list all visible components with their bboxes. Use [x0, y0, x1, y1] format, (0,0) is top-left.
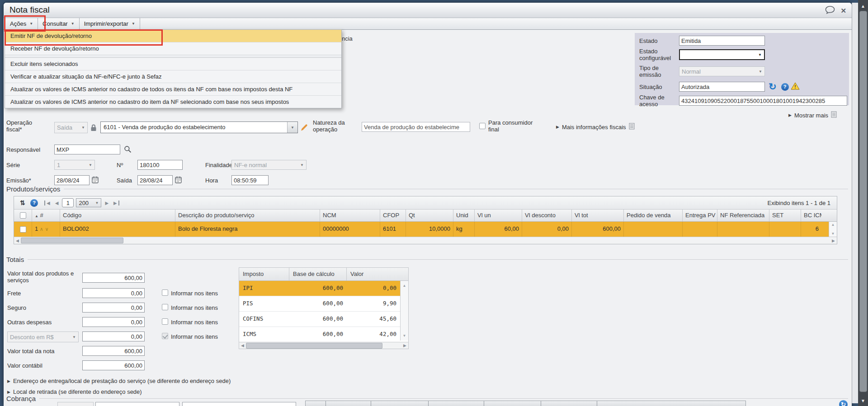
hora-field[interactable] [231, 175, 269, 185]
col-unid[interactable]: Unid [453, 210, 475, 221]
window-scrollbar-track[interactable] [852, 3, 859, 403]
impostos-horizontal-scrollbar[interactable]: ◀ ▶ [239, 342, 408, 349]
desconto-field[interactable] [82, 331, 145, 341]
grid-refresh-icon[interactable]: ⇅ [18, 198, 28, 207]
page-number-field[interactable] [62, 198, 74, 207]
scroll-up-icon[interactable]: ▲ [858, 4, 868, 9]
move-down-icon[interactable]: ∨ [45, 226, 49, 232]
refresh-icon[interactable]: ↻ [839, 400, 848, 406]
total-produtos-field[interactable] [82, 273, 145, 283]
impostos-vertical-scrollbar[interactable]: ▲ ▼ [400, 281, 408, 341]
saida-field[interactable] [137, 175, 173, 185]
menu-imprimir-exportar[interactable]: Imprimir/exportar ▼ [80, 18, 140, 29]
consumidor-final-checkbox[interactable] [479, 123, 486, 129]
imposto-row-cofins[interactable]: COFINS 600,00 45,60 [239, 312, 400, 327]
col-descricao[interactable]: Descrição do produto/serviço [175, 210, 320, 221]
next-page-icon[interactable]: ▶ [104, 201, 110, 205]
numero-field[interactable] [137, 160, 183, 170]
col-vl-desconto[interactable]: Vl desconto [522, 210, 572, 221]
calendar-icon[interactable] [92, 176, 99, 185]
serie-select[interactable]: 1▼ [54, 160, 95, 170]
emissao-field[interactable] [54, 175, 90, 185]
scrollbar-thumb[interactable] [859, 11, 867, 392]
menu-consultar[interactable]: Consultar ▼ [38, 18, 80, 29]
frete-informar-checkbox[interactable] [162, 289, 168, 296]
col-cfop[interactable]: CFOP [380, 210, 406, 221]
cobranca-field-clipped[interactable] [95, 402, 179, 406]
operacao-fiscal-select[interactable]: 6101 - Venda de produção do estabelecime… [100, 121, 298, 133]
menu-item-receber-nf-devolucao[interactable]: Receber NF de devolução/retorno [5, 42, 341, 55]
comment-icon[interactable] [825, 6, 835, 16]
page-size-select[interactable]: 200▼ [76, 198, 101, 207]
col-valor[interactable]: Valor [347, 268, 400, 280]
close-icon[interactable]: ✕ [840, 7, 846, 15]
row-checkbox[interactable] [20, 226, 26, 233]
table-row[interactable]: 1 ∧ ∨ BOLO002 Bolo de Floresta negra 000… [14, 222, 829, 237]
scroll-down-icon[interactable]: ▼ [858, 398, 868, 403]
local-retirada-toggle[interactable]: ▶ Local de retirada (se diferente do end… [7, 388, 142, 395]
col-bc-icms[interactable]: BC ICMS [801, 210, 821, 221]
situacao-field[interactable] [679, 82, 765, 92]
imposto-row-pis[interactable]: PIS 600,00 9,90 [239, 296, 400, 312]
col-set[interactable]: SET [769, 210, 801, 221]
valor-total-nota-field[interactable] [82, 346, 145, 356]
scroll-right-icon[interactable]: ▶ [401, 343, 408, 348]
mostrar-mais-link[interactable]: ▶ Mostrar mais [788, 111, 837, 119]
seguro-informar-checkbox[interactable] [162, 304, 168, 310]
cobranca-field2-clipped[interactable] [182, 402, 296, 406]
calendar-icon[interactable] [175, 176, 182, 185]
chave-acesso-field[interactable] [679, 96, 847, 106]
scroll-up-icon[interactable]: ▲ [403, 284, 406, 288]
outras-despesas-informar-checkbox[interactable] [162, 318, 168, 325]
col-vl-tot[interactable]: Vl tot [572, 210, 624, 221]
desconto-select[interactable]: Desconto em R$▼ [7, 331, 79, 342]
grid-vertical-scrollbar[interactable]: ▲ ▼ [829, 222, 837, 237]
scroll-right-icon[interactable]: ▶ [830, 238, 837, 243]
last-page-icon[interactable]: ▶ [112, 201, 119, 205]
scrollbar-thumb[interactable] [21, 238, 123, 243]
scrollbar-thumb[interactable] [246, 343, 382, 349]
grid-horizontal-scrollbar[interactable]: ◀ ▶ [14, 237, 837, 244]
imposto-row-ipi[interactable]: IPI 600,00 0,00 [239, 281, 400, 296]
page-scrollbar[interactable]: ▲ ▼ [858, 0, 868, 406]
finalidade-select[interactable]: NF-e normal▼ [231, 160, 307, 170]
outras-despesas-field[interactable] [82, 317, 145, 327]
col-vl-un[interactable]: Vl un [475, 210, 522, 221]
refresh-icon[interactable]: ↻ [769, 82, 777, 91]
imposto-row-icms[interactable]: ICMS 600,00 42,00 [239, 327, 400, 342]
menu-item-excluir-itens[interactable]: Excluir itens selecionados [5, 58, 341, 70]
warning-icon[interactable]: ! [791, 82, 800, 92]
menu-acoes[interactable]: Ações ▼ [5, 18, 38, 29]
menu-item-atualizar-icms-item[interactable]: Atualizar os valores de ICMS anterior no… [5, 96, 341, 108]
scroll-left-icon[interactable]: ◀ [239, 343, 246, 348]
scroll-up-icon[interactable]: ▲ [831, 223, 835, 227]
col-imposto[interactable]: Imposto [239, 268, 289, 280]
responsavel-field[interactable] [54, 145, 120, 154]
menu-item-atualizar-icms-todos[interactable]: Atualizar os valores de ICMS anterior no… [5, 83, 341, 96]
valor-contabil-field[interactable] [82, 360, 145, 370]
edit-pencil-icon[interactable] [300, 124, 308, 133]
move-up-icon[interactable]: ∧ [40, 226, 43, 232]
first-page-icon[interactable]: ◀ [44, 201, 52, 205]
cobranca-select-clipped[interactable] [57, 402, 94, 406]
operacao-tipo-select[interactable]: Saída ▼ [54, 122, 88, 133]
col-num[interactable]: ▲ # [32, 210, 60, 221]
frete-field[interactable] [82, 288, 145, 298]
scroll-left-icon[interactable]: ◀ [14, 238, 21, 243]
endereco-entrega-toggle[interactable]: ▶ Endereço de entrega/local de prestação… [7, 378, 231, 384]
desconto-informar-checkbox[interactable] [162, 333, 168, 339]
chevron-down-icon[interactable]: ▼ [287, 122, 297, 133]
seguro-field[interactable] [82, 303, 145, 313]
col-base-calculo[interactable]: Base de cálculo [289, 268, 347, 280]
scroll-down-icon[interactable]: ▼ [831, 232, 835, 236]
col-entrega-pv[interactable]: Entrega PV [683, 210, 717, 221]
col-pedido-venda[interactable]: Pedido de venda [624, 210, 683, 221]
col-nf-referenciada[interactable]: NF Referenciada [717, 210, 769, 221]
natureza-operacao-field[interactable] [362, 122, 470, 132]
estado-field[interactable] [679, 36, 765, 46]
menu-item-emitir-nf-devolucao[interactable]: Emitir NF de devolução/retorno [5, 30, 341, 42]
estado-configuravel-select[interactable]: ▼ [679, 49, 765, 60]
select-all-checkbox[interactable] [20, 212, 26, 219]
search-icon[interactable] [124, 145, 132, 155]
prev-page-icon[interactable]: ◀ [54, 201, 60, 205]
